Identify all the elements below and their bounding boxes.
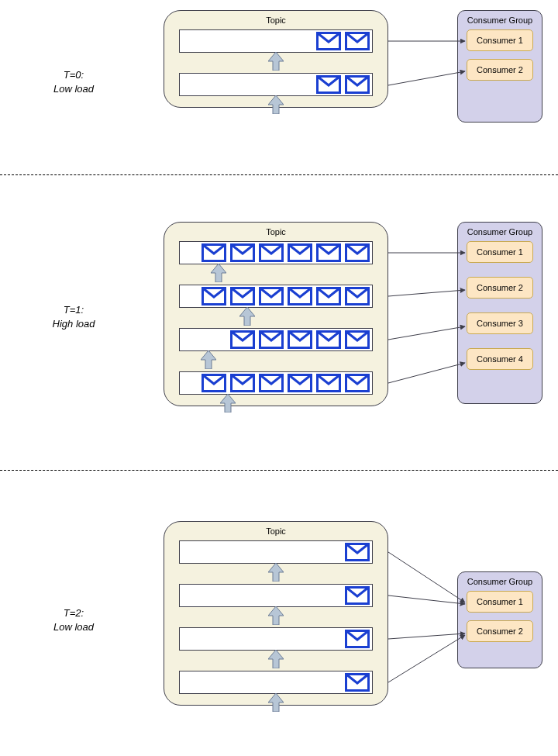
caption-t2: T=2:Low load — [31, 606, 116, 633]
arrow-right-icon — [388, 635, 465, 682]
envelope-icon — [345, 543, 370, 561]
consumer: Consumer 2 — [467, 620, 533, 642]
envelope-icon — [202, 287, 226, 306]
envelope-icon — [259, 330, 284, 349]
scene-t2: T=2:Low load Topic Consumer Group Consum… — [0, 471, 558, 750]
arrow-right-icon — [388, 71, 465, 85]
partition — [179, 29, 373, 53]
up-arrow-icon — [211, 264, 226, 282]
scene-t1: T=1:High load Topic — [0, 175, 558, 470]
envelope-icon — [345, 243, 370, 262]
envelope-icon — [345, 374, 370, 392]
envelope-icon — [230, 330, 255, 349]
arrow-right-icon — [388, 363, 465, 383]
envelope-icon — [316, 32, 341, 50]
arrow-right-icon — [388, 633, 465, 639]
consumer: Consumer 3 — [467, 312, 533, 334]
group-box-t2: Consumer Group Consumer 1 Consumer 2 — [457, 571, 542, 668]
envelope-icon — [259, 374, 284, 392]
envelope-icon — [288, 287, 312, 306]
envelope-icon — [316, 75, 341, 94]
consumer: Consumer 1 — [467, 241, 533, 263]
envelope-icon — [316, 287, 341, 306]
up-arrow-icon — [201, 350, 216, 369]
up-arrow-icon — [220, 394, 236, 413]
envelope-icon — [316, 243, 341, 262]
partition — [179, 285, 373, 308]
up-arrow-icon — [268, 693, 284, 712]
topic-box-t1: Topic — [164, 222, 388, 406]
up-arrow-icon — [268, 563, 284, 582]
envelope-icon — [345, 630, 370, 648]
envelope-icon — [345, 586, 370, 605]
group-title: Consumer Group — [458, 16, 542, 25]
caption-t0: T=0:Low load — [31, 68, 116, 95]
arrow-right-icon — [388, 595, 465, 604]
partition — [179, 540, 373, 564]
envelope-icon — [316, 330, 341, 349]
topic-title: Topic — [164, 227, 388, 236]
partition — [179, 371, 373, 395]
caption-t1: T=1:High load — [31, 303, 116, 330]
topic-box-t0: Topic — [164, 10, 388, 108]
envelope-icon — [288, 374, 312, 392]
envelope-icon — [345, 287, 370, 306]
envelope-icon — [202, 243, 226, 262]
envelope-icon — [345, 75, 370, 94]
consumer: Consumer 2 — [467, 59, 533, 81]
consumer: Consumer 1 — [467, 591, 533, 613]
envelope-icon — [288, 243, 312, 262]
consumer: Consumer 4 — [467, 348, 533, 370]
arrow-right-icon — [388, 290, 465, 296]
envelope-icon — [316, 374, 341, 392]
arrow-right-icon — [388, 552, 465, 602]
up-arrow-icon — [268, 95, 284, 114]
envelope-icon — [345, 673, 370, 692]
up-arrow-icon — [268, 650, 284, 668]
scene-t0: T=0:Low load Topic Consumer Group Consum… — [0, 0, 558, 174]
envelope-icon — [345, 330, 370, 349]
group-box-t1: Consumer Group Consumer 1 Consumer 2 Con… — [457, 222, 542, 404]
topic-title: Topic — [164, 526, 388, 536]
partition — [179, 328, 373, 351]
group-title: Consumer Group — [458, 577, 542, 586]
consumer: Consumer 2 — [467, 277, 533, 299]
envelope-icon — [230, 287, 255, 306]
envelope-icon — [259, 243, 284, 262]
envelope-icon — [202, 374, 226, 392]
group-title: Consumer Group — [458, 227, 542, 236]
envelope-icon — [230, 243, 255, 262]
partition — [179, 627, 373, 651]
partition — [179, 584, 373, 607]
consumer: Consumer 1 — [467, 29, 533, 51]
topic-title: Topic — [164, 16, 388, 25]
up-arrow-icon — [268, 52, 284, 71]
envelope-icon — [259, 287, 284, 306]
topic-box-t2: Topic — [164, 521, 388, 706]
partition — [179, 73, 373, 96]
envelope-icon — [230, 374, 255, 392]
arrow-right-icon — [388, 326, 465, 340]
partition — [179, 241, 373, 264]
envelope-icon — [345, 32, 370, 50]
up-arrow-icon — [239, 307, 255, 326]
partition — [179, 671, 373, 694]
up-arrow-icon — [268, 606, 284, 625]
group-box-t0: Consumer Group Consumer 1 Consumer 2 — [457, 10, 542, 123]
envelope-icon — [288, 330, 312, 349]
